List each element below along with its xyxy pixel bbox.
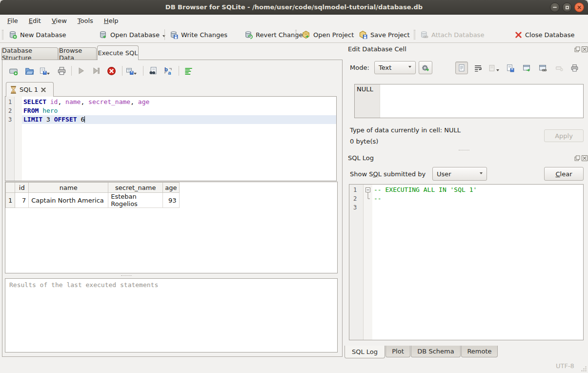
splitter-handle[interactable] [121,275,132,277]
export-data-button[interactable] [504,62,516,74]
import-data-button[interactable] [487,62,500,74]
close-button[interactable]: × [574,2,584,12]
save-results-button[interactable] [126,65,137,76]
splitter-handle[interactable] [459,150,469,152]
open-in-external-button[interactable] [520,62,533,74]
column-header-name[interactable]: name [29,183,108,193]
toolbar-separator [143,66,143,76]
results-grid[interactable]: id name secret_name age 1 7 Captain Nort… [5,182,338,273]
fold-marker-icon[interactable] [364,186,372,205]
cell-age[interactable]: 93 [163,193,179,208]
copy-link-button[interactable] [536,62,549,74]
log-code-area[interactable]: -- EXECUTING ALL IN 'SQL 1' -- [372,185,583,340]
minimize-button[interactable] [550,2,560,12]
format-sql-button[interactable] [183,65,194,76]
save-project-button[interactable]: Save Project [359,28,410,41]
row-header[interactable]: 1 [6,193,15,208]
stop-icon [107,66,116,76]
stop-execution-button[interactable] [106,65,117,76]
mode-select[interactable]: Text [374,61,416,74]
bottom-tab-plot[interactable]: Plot [385,346,410,357]
find-replace-button[interactable]: b a [162,65,173,76]
word-wrap-button[interactable] [471,62,484,74]
menu-view[interactable]: View [46,16,72,25]
menu-file[interactable]: File [2,16,23,25]
cell-editor-margin: NULL [355,84,380,118]
column-header-secret-name[interactable]: secret_name [108,183,163,193]
print-cell-button[interactable] [568,62,581,74]
tab-browse-data[interactable]: Browse Data [59,47,97,60]
bottom-tab-db-schema[interactable]: DB Schema [411,346,461,357]
bottom-tab-sql-log[interactable]: SQL Log [345,346,385,358]
cell-id[interactable]: 7 [15,193,29,208]
tab-database-structure[interactable]: Database Structure [1,47,58,60]
column-header-age[interactable]: age [163,183,179,193]
print-button[interactable] [56,65,67,76]
tab-execute-sql[interactable]: Execute SQL [97,45,139,60]
log-filter-select[interactable]: User [432,167,487,181]
panel-splitter-handle[interactable] [342,191,344,210]
find-button[interactable] [147,65,158,76]
clear-label: Clear [556,170,572,178]
open-project-button[interactable]: Open Project [302,28,354,41]
encoding-indicator[interactable]: UTF-8 [556,362,574,370]
attach-database-button[interactable]: Attach Database [420,28,484,41]
toolbar-drag-handle[interactable] [2,30,3,40]
execute-all-button[interactable] [76,65,86,76]
execution-status-box[interactable]: Results of the last executed statements [5,278,338,352]
maximize-button[interactable] [562,2,572,12]
sql-code-area[interactable]: SELECT id, name, secret_name, age FROM h… [22,97,336,181]
menu-help[interactable]: Help [99,16,124,25]
write-changes-button[interactable]: Write Changes [169,28,227,41]
open-database-button[interactable]: Open Database [99,28,165,41]
float-dock-button[interactable] [574,155,581,162]
open-sql-file-button[interactable] [24,65,35,76]
menu-edit[interactable]: Edit [23,16,46,25]
bottom-tab-remote[interactable]: Remote [461,346,498,357]
float-dock-button[interactable] [574,46,581,53]
import-dropdown-arrow [496,69,499,73]
close-database-button[interactable]: Close Database [515,28,575,41]
log-line-1: -- EXECUTING ALL IN 'SQL 1' [372,186,583,194]
fold-margin[interactable] [15,97,22,181]
open-new-tab-button[interactable] [8,65,19,76]
toolbar-separator [71,66,72,76]
resize-grip[interactable] [581,366,587,372]
menu-tools[interactable]: Tools [72,16,99,25]
edit-cell-dock-title: Edit Database Cell [348,45,406,53]
table-row: 1 7 Captain North America Esteban Rogeli… [6,193,180,208]
close-tab-icon[interactable] [41,87,46,92]
save-sql-dropdown-arrow[interactable] [47,73,50,76]
svg-text:b: b [164,66,167,72]
clear-log-button[interactable]: Clear [544,167,584,181]
cell-secret-name[interactable]: Esteban Rogelios [108,193,163,208]
execute-current-line-button[interactable] [91,65,101,76]
auto-switch-mode-button[interactable] [419,61,432,74]
sql-editor[interactable]: 1 2 3 SELECT id, name, secret_name, age … [5,96,337,181]
sql-log-editor[interactable]: 1 2 3 -- EXECUTING ALL IN 'SQL 1' -- [349,184,584,340]
sql-tab-label: SQL 1 [20,86,38,93]
close-dock-button[interactable] [581,155,588,162]
revert-changes-button[interactable]: Revert Changes [244,28,306,41]
write-changes-icon [169,30,178,39]
apply-button[interactable]: Apply [544,129,584,142]
menu-bar: File Edit View Tools Help [0,15,588,26]
set-null-icon [555,64,564,72]
corner-header[interactable] [6,183,15,193]
new-database-button[interactable]: New Database [8,28,66,41]
cell-name[interactable]: Captain North America [29,193,108,208]
log-filter-label: Show SQL submitted by [350,170,426,178]
save-sql-file-button[interactable] [39,65,50,76]
log-fold-margin[interactable] [364,185,372,340]
toolbar-drag-handle[interactable] [414,30,415,40]
toolbar-drag-handle[interactable] [295,30,297,40]
app-window: DB Browser for SQLite - /home/user/code/… [0,0,588,373]
text-mode-button[interactable] [455,62,468,74]
column-header-id[interactable]: id [15,183,29,193]
save-results-dropdown-arrow[interactable] [134,73,137,76]
cell-value-editor[interactable]: NULL [354,84,584,118]
sql-document-tab[interactable]: SQL 1 [6,82,54,97]
revert-changes-label: Revert Changes [256,31,306,39]
close-dock-button[interactable] [581,46,588,53]
set-null-button[interactable] [553,62,566,74]
